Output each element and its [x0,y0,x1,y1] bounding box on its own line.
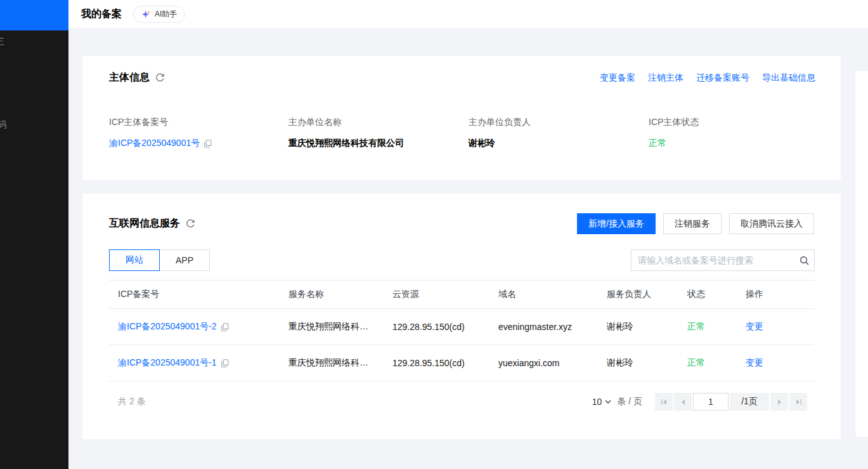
sidebar-active-item[interactable] [0,0,68,30]
service-card-title: 互联网信息服务 [109,217,180,230]
table-row: 渝ICP备2025049001号-2 重庆悦翔熙网络科技 [109,309,814,345]
service-table: ICP备案号 服务名称 云资源 域名 服务负责人 状态 操作 [109,280,814,381]
column-header-action: 操作 [737,281,814,309]
column-header-icp: ICP备案号 [109,281,280,309]
copy-icon[interactable] [221,359,229,367]
field-label: ICP主体状态 [649,117,815,128]
prev-page-button[interactable] [674,393,692,411]
sidebar-item-fragment[interactable]: 码 [0,119,6,131]
right-edge-panel [855,71,868,437]
icp-subject-number-link[interactable]: 渝ICP备2025049001号 [109,138,200,149]
subject-card-title: 主体信息 [109,71,150,84]
field-label: 主办单位负责人 [469,117,649,128]
owner-cell: 谢彬玲 [598,345,678,381]
icp-number-link[interactable]: 渝ICP备2025049001号-2 [118,321,217,333]
top-bar: 我的备案 AI助手 [68,0,868,28]
subject-fields: ICP主体备案号 渝ICP备2025049001号 主办单位名称 重庆悦翔熙 [109,117,815,149]
add-service-button[interactable]: 新增/接入服务 [577,213,656,234]
subject-status-badge: 正常 [649,138,815,149]
ai-sparkle-icon [141,10,151,19]
domain-cell: yuexiangxi.com [489,345,598,381]
migrate-account-link[interactable]: 迁移备案账号 [696,72,749,84]
copy-icon[interactable] [221,323,229,331]
total-count: 共 2 条 [118,396,146,407]
chevron-down-icon [605,400,611,404]
column-header-service-name: 服务名称 [280,281,384,309]
organizer-owner-value: 谢彬玲 [469,138,649,149]
field-organizer-name: 主办单位名称 重庆悦翔熙网络科技有限公司 [288,117,469,149]
copy-icon[interactable] [204,140,212,148]
cloud-resource-cell: 129.28.95.150(cd) [384,309,489,345]
icp-console-page: 三 码 我的备案 AI助手 主体信息 [0,0,868,469]
service-name-cell: 重庆悦翔熙网络科技... [288,321,375,333]
refresh-icon[interactable] [155,73,165,83]
column-header-domain: 域名 [489,281,598,309]
cancel-subject-link[interactable]: 注销主体 [648,72,683,84]
field-label: ICP主体备案号 [109,117,288,128]
status-badge: 正常 [687,357,705,367]
next-page-button[interactable] [770,393,788,411]
page-size-value: 10 [592,397,602,407]
export-info-link[interactable]: 导出基础信息 [762,72,815,84]
service-buttons: 新增/接入服务 注销服务 取消腾讯云接入 [577,213,814,234]
organizer-name-value: 重庆悦翔熙网络科技有限公司 [288,138,469,149]
table-header-row: ICP备案号 服务名称 云资源 域名 服务负责人 状态 操作 [109,281,814,309]
change-action-link[interactable]: 变更 [746,357,763,367]
page-size-selector[interactable]: 10 [592,397,612,407]
search-box [631,249,815,271]
change-filing-link[interactable]: 变更备案 [600,72,635,84]
field-icp-subject-number: ICP主体备案号 渝ICP备2025049001号 [109,117,288,149]
status-badge: 正常 [687,321,705,331]
subject-actions: 变更备案 注销主体 迁移备案账号 导出基础信息 [600,72,815,84]
total-pages-label: /1页 [730,393,769,411]
last-page-button[interactable] [789,393,807,411]
tab-website[interactable]: 网站 [109,249,160,271]
search-input[interactable] [632,250,794,270]
column-header-status: 状态 [678,281,737,309]
refresh-icon[interactable] [186,219,195,228]
sidebar: 三 码 [0,0,68,469]
column-header-owner: 服务负责人 [598,281,678,309]
tab-app[interactable]: APP [159,249,210,271]
main-content: 主体信息 变更备案 注销主体 迁移备案账号 导出基础信息 ICP主体备案号 [68,28,868,469]
first-page-button[interactable] [655,393,673,411]
cancel-tencent-access-button[interactable]: 取消腾讯云接入 [729,213,814,234]
icp-number-link[interactable]: 渝ICP备2025049001号-1 [118,357,217,369]
pagination: /1页 [655,393,807,411]
sidebar-item-fragment[interactable]: 三 [0,36,4,48]
service-name-cell: 重庆悦翔熙网络科技... [288,357,375,369]
ai-assistant-button[interactable]: AI助手 [133,6,185,23]
field-label: 主办单位名称 [288,117,469,128]
internet-service-card: 互联网信息服务 新增/接入服务 注销服务 取消腾讯云接入 网站 APP [82,194,841,439]
search-icon[interactable] [794,250,814,270]
column-header-cloud-resource: 云资源 [384,281,489,309]
cloud-resource-cell: 129.28.95.150(cd) [384,345,489,381]
change-action-link[interactable]: 变更 [746,321,763,331]
current-page-input[interactable] [693,393,729,411]
field-subject-status: ICP主体状态 正常 [649,117,815,149]
service-tabs: 网站 APP [109,249,210,271]
cancel-service-button[interactable]: 注销服务 [663,213,722,234]
subject-info-card: 主体信息 变更备案 注销主体 迁移备案账号 导出基础信息 ICP主体备案号 [82,56,841,180]
owner-cell: 谢彬玲 [598,309,678,345]
ai-assistant-label: AI助手 [155,9,177,20]
field-organizer-owner: 主办单位负责人 谢彬玲 [469,117,649,149]
table-row: 渝ICP备2025049001号-1 重庆悦翔熙网络科技 [109,345,814,381]
page-size-unit: 条 / 页 [617,396,642,407]
page-title: 我的备案 [81,8,122,21]
table-footer: 共 2 条 10 条 / 页 [118,393,807,411]
domain-cell: eveningmaster.xyz [489,309,598,345]
